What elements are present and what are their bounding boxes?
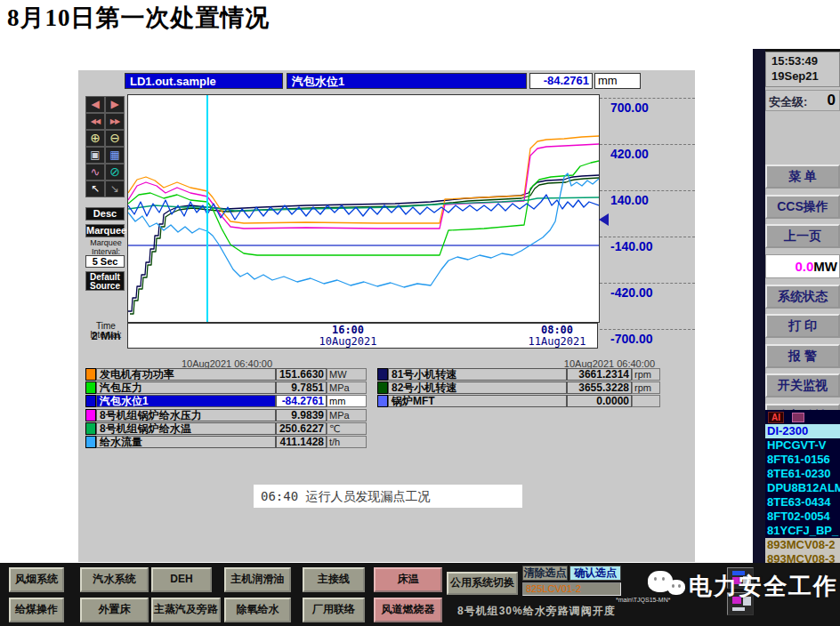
y-tick-label: -420.00 — [610, 285, 695, 300]
ai-badge: AI — [768, 412, 784, 423]
table-row[interactable]: 82号小机转速3655.3228rpm — [377, 381, 660, 394]
taskbar-button-除氧给水[interactable]: 除氧给水 — [224, 598, 291, 622]
taskbar-button-床温[interactable]: 床温 — [374, 567, 442, 592]
y-tick-label: -700.00 — [610, 332, 695, 346]
series-value: 3655.3228 — [567, 381, 632, 394]
alarm-list-header: AI — [765, 410, 840, 424]
table-row[interactable]: 81号小机转速3661.2314rpm — [377, 368, 660, 381]
taskbar-button-给煤操作[interactable]: 给煤操作 — [9, 598, 64, 622]
series-value: 250.6227 — [276, 422, 327, 435]
fast-right-icon[interactable]: ▶▶ — [105, 113, 125, 130]
default-source-button[interactable]: Default Source — [85, 271, 125, 291]
marquee-button[interactable]: Marquee — [85, 224, 125, 237]
taskbar-button-DEH[interactable]: DEH — [151, 567, 212, 592]
series-label: 81号小机转速 — [388, 368, 567, 381]
sidebar: 15:53:49 19Sep21 安全级: 0 菜 单CCS操作上一页0.0MW… — [765, 49, 840, 626]
alarm-item[interactable]: 8FT61-0156 — [765, 453, 840, 467]
series-unit — [632, 395, 660, 407]
sidebar-button-开关监视[interactable]: 开关监视 — [765, 373, 840, 397]
sidebar-button-菜 单[interactable]: 菜 单 — [765, 165, 840, 189]
marquee-interval-field[interactable]: 5 Sec — [85, 255, 125, 268]
series-color-swatch — [377, 381, 388, 394]
monitor-icon[interactable]: ▣ — [85, 147, 105, 164]
alarm-item[interactable]: HPCGVT-V — [765, 438, 840, 453]
sidebar-button-上一页[interactable]: 上一页 — [765, 224, 840, 248]
taskbar-button-风烟系统[interactable]: 风烟系统 — [9, 567, 64, 592]
confirm-point-button[interactable]: 确认选点 — [569, 566, 621, 581]
value-marker-icon[interactable] — [599, 213, 609, 226]
series-unit: MPa — [327, 381, 367, 394]
cursor-icon[interactable]: ↖ — [85, 181, 105, 197]
left-table-timestamp: 10Aug2021 06:40:00 — [85, 358, 368, 368]
series-color-swatch — [85, 381, 96, 394]
trend-window: LD1.out.sample 汽包水位1 -84.2761 mm ◀▶◀◀▶▶⊕… — [78, 70, 695, 562]
taskbar-button-风道燃烧器[interactable]: 风道燃烧器 — [374, 598, 442, 622]
trend-source-field[interactable]: LD1.out.sample — [125, 73, 283, 89]
alarm-item[interactable]: 81YCFJ_BP_ — [765, 524, 840, 538]
security-level-panel: 安全级: 0 — [765, 90, 840, 111]
taskbar-button-主机润滑油[interactable]: 主机润滑油 — [224, 567, 291, 592]
series-label: 汽包压力 — [96, 381, 276, 394]
series-unit: ℃ — [327, 422, 367, 435]
point-tag-field[interactable]: 825LCV01-2 — [522, 582, 621, 596]
table-row[interactable]: 汽包水位1-84.2761mm — [85, 395, 367, 407]
alarm-item[interactable]: 893MCV08-2 — [765, 538, 840, 552]
desc-button[interactable]: Desc — [85, 207, 125, 221]
alarm-item[interactable]: DPU8B12ALM — [765, 481, 840, 495]
series-81号小机转速 — [128, 175, 599, 311]
table-row[interactable]: 发电机有功功率151.6630MW — [85, 368, 367, 381]
series-color-swatch — [85, 422, 96, 435]
y-tick: -420.00 — [600, 283, 695, 300]
taskbar-button-汽水系统[interactable]: 汽水系统 — [80, 567, 149, 592]
zoom-in-icon[interactable]: ⊕ — [85, 130, 105, 147]
point-description: 8号机组30%给水旁路调阀开度 — [457, 604, 635, 619]
series-label: 82号小机转速 — [388, 381, 567, 394]
fast-left-icon[interactable]: ◀◀ — [85, 113, 105, 130]
cursor-alt-icon[interactable]: ↘ — [105, 181, 125, 197]
grid-icon[interactable]: ▦ — [105, 147, 125, 164]
table-row[interactable]: 锅炉MFT0.0000 — [377, 395, 660, 407]
x-tick-date: 10Aug2021 — [299, 336, 397, 348]
sidebar-button-CCS操作[interactable]: CCS操作 — [765, 195, 840, 219]
sidebar-button-系统状态[interactable]: 系统状态 — [765, 285, 840, 309]
alarm-item[interactable]: DI-2300 — [765, 424, 840, 438]
series-value: 0.0000 — [567, 395, 632, 407]
disable-icon[interactable]: ⊘ — [105, 164, 125, 181]
table-row[interactable]: 汽包压力9.7851MPa — [85, 381, 367, 394]
alarm-item[interactable]: 8TE63-0434 — [765, 495, 840, 510]
trend-plot[interactable] — [127, 94, 600, 323]
common-system-switch-button[interactable]: 公用系统切换 — [447, 572, 518, 595]
alarm-item[interactable]: 8FT02-0054 — [765, 510, 840, 524]
y-tick-label: 700.00 — [610, 100, 695, 115]
series-unit: mm — [327, 395, 367, 407]
taskbar-button-外置床[interactable]: 外置床 — [80, 598, 149, 622]
table-row[interactable]: 8号机组锅炉给水压力9.9839MPa — [85, 409, 367, 421]
trend-tag-desc-field[interactable]: 汽包水位1 — [287, 73, 527, 89]
sidebar-button-报 警[interactable]: 报 警 — [765, 344, 840, 368]
pen-trend-icon[interactable]: ∿ — [85, 164, 105, 181]
taskbar-button-主蒸汽及旁路[interactable]: 主蒸汽及旁路 — [151, 598, 221, 622]
alarm-filter-icon[interactable] — [792, 413, 804, 422]
clear-point-button[interactable]: 清除选点 — [522, 566, 568, 581]
power-readout[interactable]: 0.0MW — [765, 254, 840, 278]
alarm-item[interactable]: 8TE61-0230 — [765, 467, 840, 481]
security-level-value: 0 — [828, 92, 836, 109]
step-left-icon[interactable]: ◀ — [85, 96, 105, 113]
table-row[interactable]: 给水流量411.1428t/h — [85, 436, 367, 448]
x-tick-date: 11Aug2021 — [508, 336, 606, 348]
watermark: 电力安全工作 — [648, 569, 838, 603]
taskbar-button-主接线[interactable]: 主接线 — [303, 567, 365, 592]
series-value: -84.2761 — [276, 395, 327, 407]
zoom-out-icon[interactable]: ⊖ — [105, 130, 125, 147]
y-tick-label: -140.00 — [610, 239, 695, 253]
page-title: 8月10日第一次处置情况 — [7, 2, 271, 34]
series-color-swatch — [377, 368, 388, 381]
step-right-icon[interactable]: ▶ — [105, 96, 125, 113]
y-tick: 140.00 — [600, 190, 695, 207]
sidebar-button-打 印[interactable]: 打 印 — [765, 314, 840, 338]
series-value: 9.9839 — [276, 409, 327, 421]
table-row[interactable]: 8号机组锅炉给水温250.6227℃ — [85, 422, 367, 435]
x-tick: 16:0010Aug2021 — [299, 325, 397, 348]
series-color-swatch — [85, 368, 96, 381]
taskbar-button-厂用联络[interactable]: 厂用联络 — [303, 598, 365, 622]
